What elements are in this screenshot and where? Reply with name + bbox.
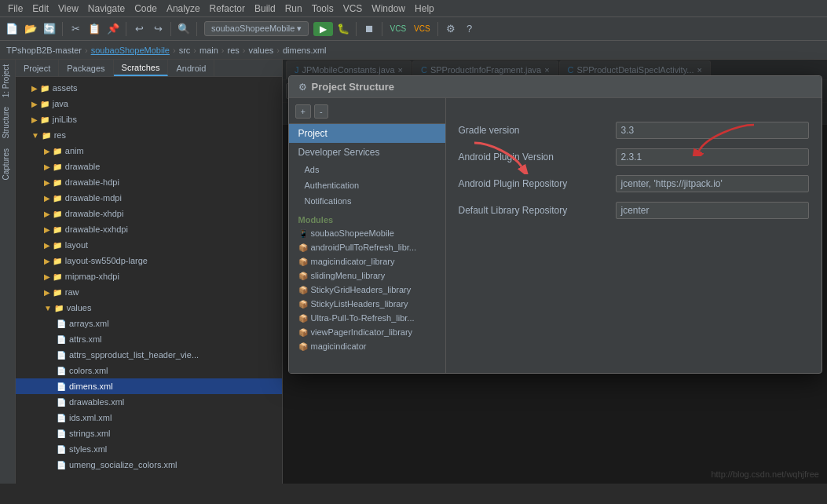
module-item-ultrapull[interactable]: 📦 Ultra-Pull-To-Refresh_libr... bbox=[289, 311, 445, 325]
tree-item-dimens[interactable]: 📄 dimens.xml bbox=[16, 378, 282, 394]
tree-tab-project[interactable]: Project bbox=[16, 60, 59, 76]
menu-build[interactable]: Build bbox=[250, 2, 280, 16]
tree-item-styles[interactable]: 📄 styles.xml bbox=[16, 441, 282, 457]
run-button[interactable]: ▶ bbox=[313, 22, 333, 36]
tree-item-attrs[interactable]: 📄 attrs.xml bbox=[16, 331, 282, 347]
settings-btn[interactable]: ⚙ bbox=[442, 20, 459, 38]
editor-area: J JPMobileConstants.java × C SPProductIn… bbox=[283, 60, 827, 484]
toolbar-sep-2 bbox=[126, 22, 126, 36]
android-plugin-version-value[interactable]: 2.3.1 bbox=[616, 148, 809, 166]
breadcrumb-sep-2: › bbox=[193, 46, 196, 55]
tree-item-assets[interactable]: ▶ 📁 assets bbox=[16, 80, 282, 96]
modal-nav-project[interactable]: Project bbox=[289, 124, 445, 143]
modal-right-panel: Gradle version 3.3 Android Plugin Versio… bbox=[446, 98, 822, 373]
side-label-captures[interactable]: Captures bbox=[0, 144, 15, 185]
module-item-viewpager[interactable]: 📦 viewPagerIndicator_library bbox=[289, 325, 445, 339]
tree-item-java[interactable]: ▶ 📁 java bbox=[16, 96, 282, 111]
tree-item-umeng[interactable]: 📄 umeng_socialize_colors.xml bbox=[16, 457, 282, 473]
breadcrumb-res[interactable]: res bbox=[228, 46, 240, 55]
tree-tab-scratches[interactable]: Scratches bbox=[114, 60, 169, 76]
modal-add-btn[interactable]: + bbox=[295, 104, 311, 119]
modal-remove-btn[interactable]: - bbox=[314, 104, 328, 119]
tree-item-res[interactable]: ▼ 📁 res bbox=[16, 127, 282, 143]
android-plugin-repo-value[interactable]: jcenter, 'https://jitpack.io' bbox=[616, 175, 809, 192]
toolbar-paste-btn[interactable]: 📌 bbox=[104, 20, 122, 38]
side-label-structure[interactable]: Structure bbox=[0, 102, 15, 144]
tree-item-drawable[interactable]: ▶ 📁 drawable bbox=[16, 159, 282, 174]
tree-tab-android[interactable]: Android bbox=[168, 60, 214, 76]
menu-tools[interactable]: Tools bbox=[307, 2, 338, 16]
modal-nav-notif[interactable]: Notifications bbox=[289, 193, 445, 209]
tree-item-anim[interactable]: ▶ 📁 anim bbox=[16, 143, 282, 159]
tree-item-drawable-hdpi[interactable]: ▶ 📁 drawable-hdpi bbox=[16, 174, 282, 190]
toolbar-redo-btn[interactable]: ↪ bbox=[149, 20, 166, 38]
toolbar-sep-4 bbox=[196, 22, 197, 36]
menu-file[interactable]: File bbox=[3, 2, 27, 16]
xml-icon-ids: 📄 bbox=[57, 414, 66, 422]
menu-view[interactable]: View bbox=[53, 2, 83, 16]
tree-item-layout[interactable]: ▶ 📁 layout bbox=[16, 237, 282, 253]
menu-analyze[interactable]: Analyze bbox=[162, 2, 205, 16]
toolbar-open-btn[interactable]: 📂 bbox=[22, 20, 39, 38]
tree-item-ids[interactable]: 📄 ids.xml.xml bbox=[16, 410, 282, 425]
menu-window[interactable]: Window bbox=[367, 2, 410, 16]
menu-run[interactable]: Run bbox=[280, 2, 307, 16]
modal-nav-ads[interactable]: Ads bbox=[289, 162, 445, 177]
tree-item-drawable-xhdpi[interactable]: ▶ 📁 drawable-xhdpi bbox=[16, 206, 282, 221]
module-item-slidingmenu[interactable]: 📦 slidingMenu_library bbox=[289, 268, 445, 283]
module-item-magicindicator[interactable]: 📦 magicindicator_library bbox=[289, 254, 445, 268]
menu-code[interactable]: Code bbox=[130, 2, 162, 16]
toolbar-search-btn[interactable]: 🔍 bbox=[175, 20, 192, 38]
xml-icon-colors: 📄 bbox=[57, 367, 66, 375]
run-config-selector[interactable]: soubaoShopeeMobile ▾ bbox=[204, 21, 309, 36]
breadcrumb-root[interactable]: TPshopB2B-master bbox=[6, 46, 82, 55]
breadcrumb-src[interactable]: src bbox=[179, 46, 191, 55]
module-item-soubao[interactable]: 📱 soubaoShopeeMobile bbox=[289, 226, 445, 240]
module-item-stickygrid[interactable]: 📦 StickyGridHeaders_library bbox=[289, 283, 445, 297]
breadcrumb: TPshopB2B-master › soubaoShopeMobile › s… bbox=[0, 41, 827, 60]
tree-item-mipmap[interactable]: ▶ 📁 mipmap-xhdpi bbox=[16, 268, 282, 284]
default-library-repo-value[interactable]: jcenter bbox=[616, 202, 809, 219]
tree-item-layout-sw550[interactable]: ▶ 📁 layout-sw550dp-large bbox=[16, 253, 282, 268]
tree-item-drawable-mdpi[interactable]: ▶ 📁 drawable-mdpi bbox=[16, 190, 282, 206]
tree-item-drawables[interactable]: 📄 drawables.xml bbox=[16, 394, 282, 410]
tree-item-arrays[interactable]: 📄 arrays.xml bbox=[16, 316, 282, 331]
menu-edit[interactable]: Edit bbox=[27, 2, 53, 16]
menu-help[interactable]: Help bbox=[410, 2, 439, 16]
toolbar-cut-btn[interactable]: ✂ bbox=[67, 20, 84, 38]
toolbar-new-btn[interactable]: 📄 bbox=[3, 20, 20, 38]
module-item-magic2[interactable]: 📦 magicindicator bbox=[289, 339, 445, 353]
breadcrumb-app[interactable]: soubaoShopeMobile bbox=[91, 46, 170, 55]
toolbar-sync-btn[interactable]: 🔄 bbox=[41, 20, 58, 38]
menu-navigate[interactable]: Navigate bbox=[83, 2, 130, 16]
tree-item-strings[interactable]: 📄 strings.xml bbox=[16, 425, 282, 441]
tree-item-jnilibs[interactable]: ▶ 📁 jniLibs bbox=[16, 111, 282, 127]
xml-icon-drawables: 📄 bbox=[57, 398, 66, 407]
tree-item-raw[interactable]: ▶ 📁 raw bbox=[16, 284, 282, 300]
breadcrumb-values[interactable]: values bbox=[248, 46, 273, 55]
stop-button[interactable]: ⏹ bbox=[360, 20, 378, 38]
tree-item-values[interactable]: ▼ 📁 values bbox=[16, 300, 282, 316]
breadcrumb-main[interactable]: main bbox=[199, 46, 218, 55]
menu-vcs[interactable]: VCS bbox=[338, 2, 368, 16]
toolbar-undo-btn[interactable]: ↩ bbox=[130, 20, 148, 38]
modal-nav-auth[interactable]: Authentication bbox=[289, 177, 445, 193]
xml-icon-strings: 📄 bbox=[57, 429, 66, 438]
tree-item-attrs-sp[interactable]: 📄 attrs_spproduct_list_header_vie... bbox=[16, 347, 282, 363]
side-label-project[interactable]: 1: Project bbox=[0, 60, 15, 102]
module-icon-magicindicator: 📦 bbox=[298, 257, 308, 266]
breadcrumb-file[interactable]: dimens.xml bbox=[283, 46, 327, 55]
modal-nav-developer-services[interactable]: Developer Services bbox=[289, 143, 445, 162]
help-btn[interactable]: ? bbox=[461, 20, 478, 38]
module-item-androidpull[interactable]: 📦 androidPullToRefresh_libr... bbox=[289, 240, 445, 254]
module-item-stickylist[interactable]: 📦 StickyListHeaders_library bbox=[289, 297, 445, 311]
field-row-default-library-repo: Default Library Repository jcenter bbox=[459, 202, 809, 219]
debug-button[interactable]: 🐛 bbox=[335, 20, 352, 38]
gradle-version-value[interactable]: 3.3 bbox=[616, 122, 809, 139]
tree-item-drawable-xxhdpi[interactable]: ▶ 📁 drawable-xxhdpi bbox=[16, 221, 282, 237]
menu-refactor[interactable]: Refactor bbox=[205, 2, 250, 16]
toolbar-copy-btn[interactable]: 📋 bbox=[86, 20, 103, 38]
tree-item-colors[interactable]: 📄 colors.xml bbox=[16, 363, 282, 378]
breadcrumb-sep-0: › bbox=[85, 46, 88, 55]
tree-tab-packages[interactable]: Packages bbox=[59, 60, 113, 76]
